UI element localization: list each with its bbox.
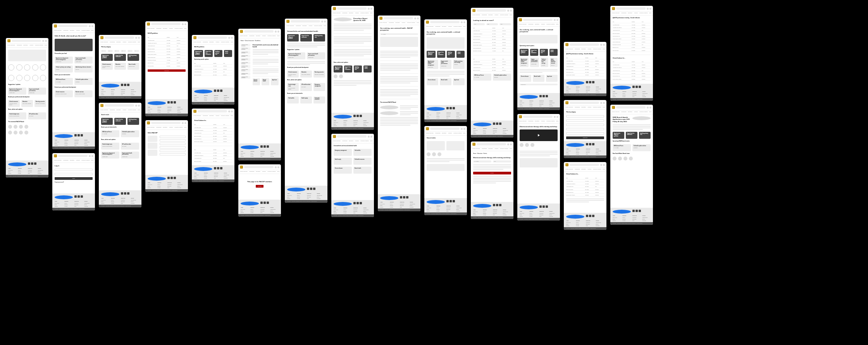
social-facebook-icon[interactable] — [55, 195, 73, 199]
avatar[interactable] — [613, 157, 617, 160]
footer-link[interactable]: Feedback — [270, 212, 279, 213]
nav-item[interactable]: Running a practice — [221, 41, 229, 43]
content-card[interactable]: Vital toolkits — [287, 97, 299, 104]
toc-item[interactable]: Wireframe list item placeholder — [241, 69, 250, 71]
avatar[interactable] — [618, 157, 622, 160]
table-row[interactable]: Depression screeningAug 2022Tool — [473, 50, 511, 52]
footer-link[interactable]: Benefits — [530, 104, 538, 105]
footer-link[interactable]: Who we are — [566, 222, 575, 223]
primary-nav[interactable]: Clinical resourcesMembershipEducationAdv… — [52, 29, 95, 33]
nav-item[interactable]: Clinical resources — [472, 148, 480, 149]
account-icons[interactable] — [89, 155, 93, 157]
avatar[interactable] — [525, 143, 529, 147]
brand-logo[interactable] — [565, 43, 568, 46]
table-row[interactable]: Asthma action planJan 2023Tool — [194, 71, 232, 73]
toc-item[interactable]: Wireframe list item placeholder — [241, 55, 250, 57]
footer-link[interactable]: myCPD — [576, 225, 585, 226]
primary-nav[interactable]: Clinical resourcesMembershipEducationAdv… — [192, 114, 234, 118]
footer-link[interactable]: Who we are — [287, 195, 296, 196]
avatar[interactable] — [24, 131, 28, 135]
footer-link[interactable]: Board — [241, 210, 249, 212]
footer-link[interactable]: Guidelines — [121, 200, 129, 201]
social-icons[interactable] — [167, 101, 186, 105]
nav-item[interactable]: Membership — [575, 48, 580, 50]
footer-link[interactable]: Standards — [493, 213, 501, 214]
social-facebook-icon[interactable] — [566, 215, 584, 219]
table-row[interactable]: Acute otitis mediaMar 2023Guideline — [566, 180, 604, 183]
account-icons[interactable] — [507, 143, 512, 145]
toc-item[interactable]: Wireframe list item placeholder — [241, 72, 250, 75]
footer-link[interactable]: myCPD — [297, 198, 306, 199]
account-icons[interactable] — [507, 10, 512, 12]
event-filters[interactable]: TypeDateTopic — [473, 23, 511, 25]
footer-link[interactable]: Who we are — [566, 88, 575, 90]
footer-link[interactable]: Renew — [344, 209, 352, 210]
footer-link[interactable]: Tools — [214, 178, 222, 179]
primary-nav[interactable]: Clinical resourcesMembershipEducationAdv… — [471, 147, 513, 151]
footer-link[interactable]: 1800 000 000 — [177, 109, 186, 110]
nav-item[interactable]: Membership — [621, 111, 627, 112]
account-icons[interactable] — [182, 23, 186, 25]
footer-link[interactable]: Who we are — [613, 217, 621, 218]
footer-link[interactable]: Tools — [121, 203, 129, 204]
table-row[interactable]: Antenatal care scheduleFeb 2023Guideline — [194, 68, 232, 71]
footer-link[interactable]: Who we are — [473, 130, 482, 131]
nav-item[interactable]: Running a practice — [81, 160, 90, 161]
content-card[interactable]: Auditing primary care — [639, 132, 651, 139]
footer-link[interactable]: Guidelines — [260, 153, 269, 154]
footer-link[interactable]: Board — [520, 214, 528, 216]
nav-item[interactable]: Advocacy — [401, 22, 406, 23]
avatar[interactable] — [530, 143, 534, 147]
social-facebook-icon[interactable] — [334, 202, 352, 206]
nav-item[interactable]: News — [556, 121, 558, 122]
footer-link[interactable]: Guidelines — [74, 141, 83, 143]
footer-link[interactable]: Who we are — [101, 91, 110, 92]
footer-link[interactable]: Careers — [101, 203, 110, 204]
footer-link[interactable]: Renew — [111, 200, 120, 201]
footer-link[interactable]: Renew — [437, 207, 445, 209]
footer-link[interactable]: Enquiry — [317, 197, 326, 198]
footer-link[interactable]: Benefits — [65, 204, 73, 205]
user-icon[interactable] — [370, 136, 372, 138]
footer-link[interactable]: Careers — [427, 210, 435, 212]
filter-pills[interactable]: ABCDEF — [101, 50, 139, 52]
footer-link[interactable]: Who we are — [380, 204, 389, 205]
content-card[interactable]: EducationCPD, events, webinars — [114, 63, 126, 70]
thumb[interactable] — [148, 143, 157, 149]
search-input[interactable] — [244, 166, 274, 168]
footer-link[interactable]: Enquiry — [642, 95, 651, 96]
nav-item[interactable]: Running a practice — [267, 35, 276, 36]
filter-pill[interactable]: C — [114, 50, 119, 52]
nav-item[interactable]: Education — [582, 107, 586, 108]
nav-item[interactable]: Clinical resources — [565, 48, 573, 50]
nav-item[interactable]: Membership — [528, 121, 534, 122]
user-icon[interactable] — [463, 128, 465, 130]
footer-link[interactable]: Tools — [586, 225, 594, 226]
nav-item[interactable]: Education — [349, 140, 353, 141]
footer-link[interactable]: Tools — [214, 100, 222, 101]
nav-item[interactable]: Running a practice — [81, 30, 90, 31]
nav-item[interactable]: Education — [489, 148, 493, 149]
nav-item[interactable]: News — [138, 109, 140, 110]
footer-link[interactable]: Careers — [241, 156, 249, 157]
table-row[interactable]: COPD managementSep 2022Guideline — [473, 47, 511, 50]
account-icons[interactable] — [42, 40, 47, 42]
footer-link[interactable]: Tools — [586, 91, 594, 93]
content-card[interactable]: Member servicesRenew, benefits, contact — [74, 90, 93, 97]
footer-link[interactable]: Enquiry — [363, 124, 372, 125]
social-icons[interactable] — [74, 134, 93, 138]
nav-item[interactable]: Running a practice — [453, 26, 462, 27]
nav-item[interactable]: News — [556, 24, 558, 25]
toc-item[interactable]: Wireframe list item placeholder — [241, 58, 250, 61]
footer-link[interactable]: Enquiry — [596, 224, 604, 225]
user-icon[interactable] — [510, 10, 512, 12]
footer-link[interactable]: myCPD — [530, 105, 538, 107]
footer-link[interactable]: Renew — [623, 93, 631, 94]
nav-item[interactable]: News — [649, 111, 651, 112]
footer-link[interactable]: Careers — [566, 225, 575, 226]
footer-link[interactable]: Tools — [539, 105, 548, 107]
footer-link[interactable]: 1800 000 000 — [503, 211, 512, 212]
register-button[interactable]: Register — [473, 172, 511, 174]
footer-link[interactable]: Renew — [297, 195, 306, 196]
form-field[interactable] — [160, 139, 186, 141]
